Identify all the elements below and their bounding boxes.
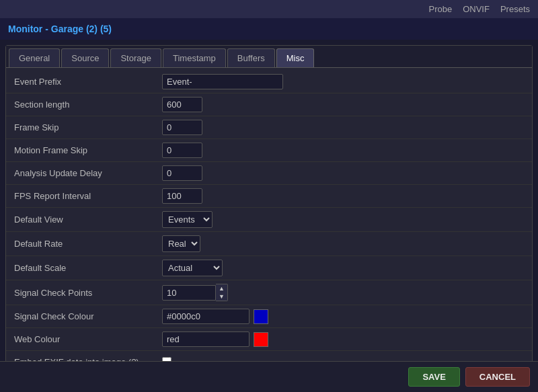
section-length-input[interactable] — [162, 97, 202, 112]
default-rate-row: Default Rate Real 2x 5x 10x — [6, 232, 532, 256]
default-view-row: Default View Events Frames Both None — [6, 208, 532, 232]
onvif-link[interactable]: ONVIF — [463, 4, 490, 14]
signal-check-colour-box[interactable] — [254, 309, 268, 324]
tab-buffers[interactable]: Buffers — [227, 48, 275, 67]
default-scale-select[interactable]: Actual 50% 75% 100% 150% 200% — [162, 260, 223, 276]
event-prefix-input[interactable] — [162, 74, 283, 89]
analysis-update-delay-label: Analysis Update Delay — [14, 168, 162, 178]
web-colour-control — [162, 331, 268, 347]
signal-check-colour-control — [162, 309, 268, 324]
web-colour-label: Web Colour — [14, 334, 162, 344]
footer: SAVE CANCEL — [0, 361, 538, 392]
frame-skip-input[interactable] — [162, 120, 202, 135]
form-area: Event Prefix Section length Frame Skip M… — [6, 68, 532, 375]
tab-timestamp[interactable]: Timestamp — [163, 48, 226, 67]
event-prefix-row: Event Prefix — [6, 71, 532, 93]
signal-check-points-row: Signal Check Points ▲ ▼ — [6, 280, 532, 305]
analysis-update-delay-row: Analysis Update Delay — [6, 162, 532, 185]
title-text: Monitor - Garage (2) (5) — [8, 24, 112, 34]
signal-check-colour-row: Signal Check Colour — [6, 305, 532, 328]
signal-check-points-spinner: ▲ ▼ — [162, 284, 228, 301]
signal-check-colour-input[interactable] — [162, 309, 249, 324]
default-view-label: Default View — [14, 214, 162, 225]
signal-check-points-label: Signal Check Points — [14, 288, 162, 298]
fps-report-interval-row: FPS Report Interval — [6, 185, 532, 208]
motion-frame-skip-label: Motion Frame Skip — [14, 145, 162, 155]
web-colour-input[interactable] — [162, 331, 249, 347]
fps-report-interval-label: FPS Report Interval — [14, 191, 162, 201]
default-scale-row: Default Scale Actual 50% 75% 100% 150% 2… — [6, 256, 532, 280]
frame-skip-row: Frame Skip — [6, 116, 532, 139]
default-rate-label: Default Rate — [14, 239, 162, 249]
default-scale-label: Default Scale — [14, 263, 162, 273]
cancel-button[interactable]: CANCEL — [465, 367, 530, 387]
signal-check-points-input[interactable] — [162, 285, 216, 301]
signal-check-colour-label: Signal Check Colour — [14, 311, 162, 321]
spinner-up-button[interactable]: ▲ — [216, 284, 227, 292]
web-colour-box[interactable] — [254, 332, 268, 347]
top-bar: Probe ONVIF Presets — [0, 0, 538, 18]
motion-frame-skip-row: Motion Frame Skip — [6, 139, 532, 162]
spinner-controls: ▲ ▼ — [216, 284, 228, 301]
fps-report-interval-input[interactable] — [162, 188, 202, 204]
frame-skip-label: Frame Skip — [14, 122, 162, 132]
tab-misc[interactable]: Misc — [276, 48, 315, 67]
spinner-down-button[interactable]: ▼ — [216, 292, 227, 301]
tab-storage[interactable]: Storage — [110, 48, 161, 67]
probe-link[interactable]: Probe — [428, 4, 452, 14]
save-button[interactable]: SAVE — [408, 367, 459, 387]
section-length-row: Section length — [6, 93, 532, 116]
analysis-update-delay-input[interactable] — [162, 165, 202, 181]
tab-source[interactable]: Source — [61, 48, 109, 67]
default-view-select[interactable]: Events Frames Both None — [162, 211, 213, 228]
tab-general[interactable]: General — [9, 48, 60, 67]
main-panel: General Source Storage Timestamp Buffers… — [5, 45, 533, 376]
tab-bar: General Source Storage Timestamp Buffers… — [6, 46, 532, 68]
event-prefix-label: Event Prefix — [14, 77, 162, 87]
section-length-label: Section length — [14, 100, 162, 110]
motion-frame-skip-input[interactable] — [162, 143, 202, 158]
monitor-title: Monitor - Garage (2) (5) — [0, 18, 538, 40]
default-rate-select[interactable]: Real 2x 5x 10x — [162, 235, 200, 252]
web-colour-row: Web Colour — [6, 328, 532, 351]
presets-link[interactable]: Presets — [500, 4, 530, 14]
